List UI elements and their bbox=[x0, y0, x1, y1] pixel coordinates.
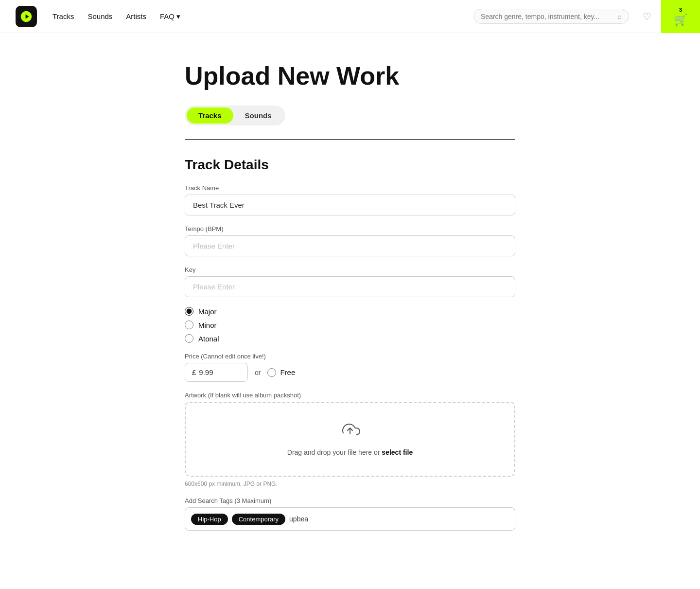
price-input-wrap: £ bbox=[185, 363, 248, 382]
tempo-label: Tempo (BPM) bbox=[185, 225, 515, 232]
key-group: Key bbox=[185, 266, 515, 297]
tab-group: Tracks Sounds bbox=[185, 106, 285, 125]
scale-atonal-radio[interactable] bbox=[185, 334, 193, 343]
scale-atonal[interactable]: Atonal bbox=[185, 334, 515, 343]
price-input[interactable] bbox=[199, 368, 233, 376]
scale-atonal-label: Atonal bbox=[198, 335, 219, 343]
nav-links: Tracks Sounds Artists FAQ ▾ bbox=[52, 12, 180, 21]
tags-input-wrap[interactable]: Hip-Hop Contemporary bbox=[185, 507, 515, 531]
scale-major[interactable]: Major bbox=[185, 307, 515, 316]
price-or-label: or bbox=[255, 369, 261, 376]
brand-logo[interactable] bbox=[16, 6, 37, 27]
price-group: Price (Cannot edit once live!) £ or Free bbox=[185, 353, 515, 382]
tempo-input[interactable] bbox=[185, 235, 515, 256]
scale-minor-radio[interactable] bbox=[185, 321, 193, 329]
navbar: Tracks Sounds Artists FAQ ▾ ⌕ ♡ ▾ 3 🛒 bbox=[0, 0, 700, 33]
search-input[interactable] bbox=[481, 13, 617, 20]
track-name-input[interactable] bbox=[185, 195, 515, 215]
section-title: Track Details bbox=[185, 157, 515, 173]
cart-icon: 🛒 bbox=[674, 14, 687, 26]
scale-minor[interactable]: Minor bbox=[185, 321, 515, 329]
scale-major-label: Major bbox=[198, 307, 217, 316]
tag-hiphop[interactable]: Hip-Hop bbox=[191, 514, 228, 525]
upload-drop-text: Drag and drop your file here or select f… bbox=[195, 448, 505, 456]
cart-button[interactable]: 3 🛒 bbox=[661, 0, 700, 33]
artwork-upload-area[interactable]: Drag and drop your file here or select f… bbox=[185, 402, 515, 477]
scale-minor-label: Minor bbox=[198, 321, 217, 329]
search-bar: ⌕ bbox=[473, 9, 629, 24]
price-row: £ or Free bbox=[185, 363, 515, 382]
favorites-icon[interactable]: ♡ bbox=[643, 11, 651, 22]
tab-sounds[interactable]: Sounds bbox=[233, 107, 283, 124]
nav-faq[interactable]: FAQ ▾ bbox=[160, 12, 180, 21]
price-label: Price (Cannot edit once live!) bbox=[185, 353, 515, 360]
cart-count: 3 bbox=[679, 7, 682, 13]
chevron-down-icon: ▾ bbox=[176, 12, 180, 21]
free-option[interactable]: Free bbox=[267, 368, 295, 377]
upload-cloud-icon bbox=[195, 422, 505, 444]
key-input[interactable] bbox=[185, 276, 515, 297]
track-name-group: Track Name bbox=[185, 184, 515, 215]
scale-group: Major Minor Atonal bbox=[185, 307, 515, 343]
nav-sounds[interactable]: Sounds bbox=[88, 12, 112, 21]
artwork-label: Artwork (If blank will use album packsho… bbox=[185, 392, 515, 399]
track-name-label: Track Name bbox=[185, 184, 515, 192]
tags-label: Add Search Tags (3 Maximum) bbox=[185, 497, 515, 504]
artwork-hint: 600x600 px minimum, JPG or PNG. bbox=[185, 481, 515, 487]
price-currency: £ bbox=[192, 368, 196, 376]
free-label: Free bbox=[280, 368, 295, 376]
main-content: Upload New Work Tracks Sounds Track Deta… bbox=[175, 33, 525, 579]
tempo-group: Tempo (BPM) bbox=[185, 225, 515, 256]
scale-major-radio[interactable] bbox=[185, 307, 193, 316]
key-label: Key bbox=[185, 266, 515, 273]
nav-tracks[interactable]: Tracks bbox=[52, 12, 74, 21]
upload-select-link[interactable]: select file bbox=[382, 448, 413, 456]
tag-contemporary[interactable]: Contemporary bbox=[232, 514, 285, 525]
tags-input[interactable] bbox=[289, 515, 509, 523]
page-title: Upload New Work bbox=[185, 62, 515, 90]
free-radio[interactable] bbox=[267, 368, 276, 377]
section-divider bbox=[185, 139, 515, 140]
nav-artists[interactable]: Artists bbox=[126, 12, 146, 21]
tags-group: Add Search Tags (3 Maximum) Hip-Hop Cont… bbox=[185, 497, 515, 531]
search-icon: ⌕ bbox=[617, 12, 622, 20]
artwork-group: Artwork (If blank will use album packsho… bbox=[185, 392, 515, 487]
tab-tracks[interactable]: Tracks bbox=[187, 107, 233, 124]
